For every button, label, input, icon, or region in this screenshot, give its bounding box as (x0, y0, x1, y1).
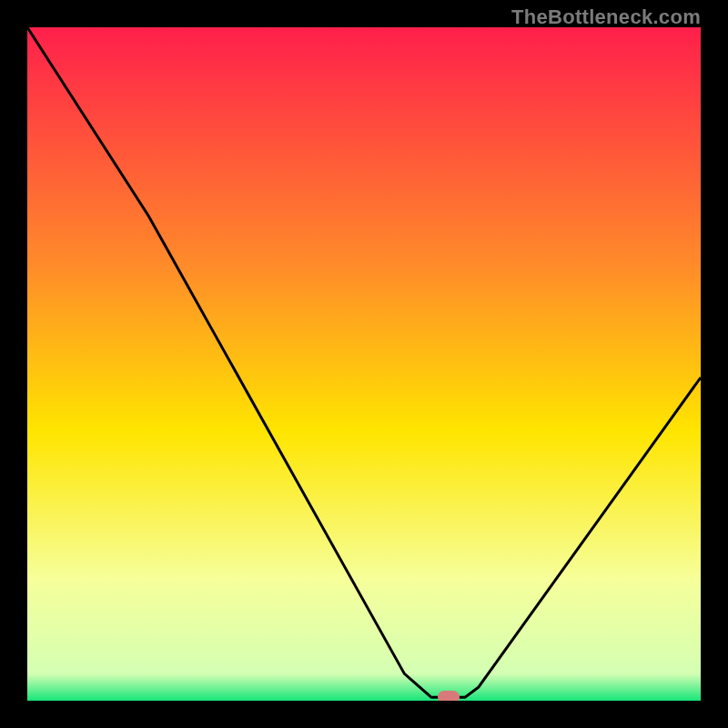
plot-area (27, 27, 701, 701)
chart-frame: TheBottleneck.com (0, 0, 728, 728)
optimum-marker (438, 691, 460, 701)
bottleneck-curve (27, 27, 701, 701)
watermark-text: TheBottleneck.com (511, 5, 701, 29)
